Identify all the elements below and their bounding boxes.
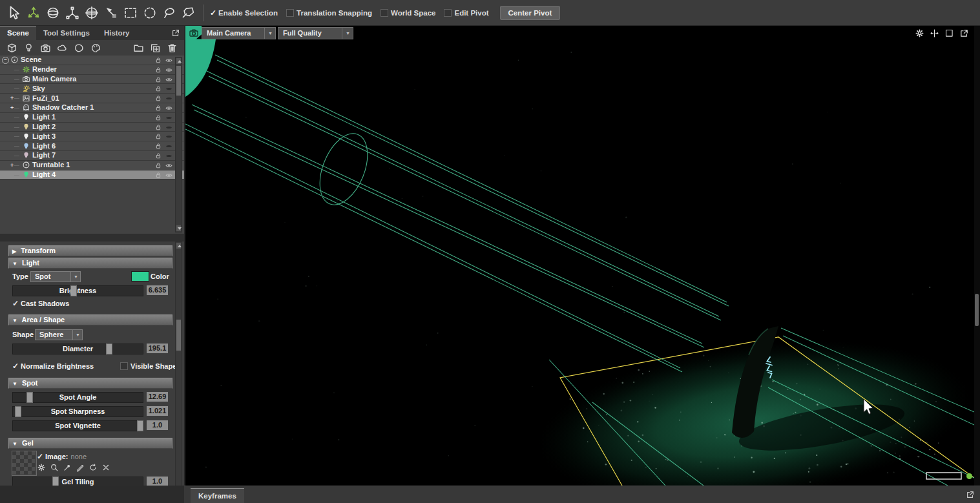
- eye-open-icon[interactable]: [165, 76, 173, 84]
- gel-section-header[interactable]: ▼ Gel: [8, 438, 172, 449]
- add-sky-icon[interactable]: [57, 43, 68, 54]
- add-object-icon[interactable]: [6, 43, 17, 54]
- keyframes-pop-out-icon[interactable]: [966, 490, 975, 499]
- lock-icon[interactable]: [154, 152, 162, 159]
- lock-icon[interactable]: [154, 76, 162, 83]
- lock-icon[interactable]: [154, 94, 162, 102]
- tree-row-render[interactable]: Render: [0, 65, 184, 75]
- light-type-dropdown[interactable]: Spot ▼: [30, 271, 81, 282]
- gel-draw-icon[interactable]: [76, 463, 85, 472]
- scale-tool-button[interactable]: [63, 4, 81, 21]
- tab-keyframes[interactable]: Keyframes: [191, 488, 244, 503]
- pop-out-icon[interactable]: [959, 28, 969, 38]
- slider-track[interactable]: Brightness: [12, 285, 143, 296]
- eye-closed-icon[interactable]: [165, 132, 173, 141]
- tree-row-fuzi-01[interactable]: + FuZi_01: [0, 94, 184, 103]
- add-light-icon[interactable]: [23, 43, 34, 54]
- tree-row-light-6[interactable]: Light 6: [0, 141, 184, 151]
- lock-icon[interactable]: [154, 171, 162, 179]
- gel-tiling-value[interactable]: 1.0: [147, 477, 168, 486]
- normalize-brightness-checkbox[interactable]: ✓ Normalize Brightness: [12, 362, 94, 371]
- gel-settings-icon[interactable]: [37, 463, 46, 472]
- rotate-tool-button[interactable]: [44, 4, 61, 21]
- eye-closed-icon[interactable]: [165, 85, 173, 93]
- slider-handle[interactable]: [26, 392, 33, 403]
- center-pivot-button[interactable]: Center Pivot: [500, 6, 561, 20]
- folder-icon[interactable]: [133, 43, 144, 54]
- duplicate-icon[interactable]: [150, 43, 161, 54]
- slider-track[interactable]: Spot Vignette: [12, 420, 143, 431]
- ellipse-select-button[interactable]: [141, 4, 158, 21]
- tree-scrollbar[interactable]: [175, 57, 182, 232]
- slider-track[interactable]: Spot Sharpness: [12, 406, 143, 417]
- light-sphere-gizmo[interactable]: [185, 39, 216, 97]
- lock-icon[interactable]: [154, 142, 162, 150]
- slider-handle[interactable]: [70, 285, 77, 296]
- eye-closed-icon[interactable]: [165, 123, 173, 132]
- edit-pivot-toggle[interactable]: Edit Pivot: [444, 9, 488, 17]
- expand-icon[interactable]: +: [10, 103, 14, 112]
- gel-clear-icon[interactable]: [101, 463, 110, 472]
- enable-selection-toggle[interactable]: ✓ Enable Selection: [210, 8, 278, 17]
- gel-image-checkbox[interactable]: ✓ Image: none: [37, 452, 87, 461]
- active-camera-icon[interactable]: [185, 26, 202, 40]
- lock-icon[interactable]: [154, 132, 162, 140]
- tree-row-light-7[interactable]: Light 7: [0, 151, 184, 161]
- eye-open-icon[interactable]: [165, 104, 173, 112]
- eye-closed-icon[interactable]: [165, 142, 173, 150]
- eye-closed-icon[interactable]: [165, 152, 173, 160]
- select-tool-button[interactable]: [5, 4, 23, 21]
- scrollbar-thumb[interactable]: [176, 66, 181, 96]
- slider-track[interactable]: Diameter: [12, 344, 143, 354]
- tree-row-light-3[interactable]: Light 3: [0, 132, 184, 141]
- eye-open-icon[interactable]: [165, 161, 173, 170]
- eye-closed-icon[interactable]: [165, 114, 173, 122]
- eye-closed-icon[interactable]: [165, 94, 173, 103]
- lock-icon[interactable]: [154, 123, 162, 131]
- tree-row-turntable-1[interactable]: + Turntable 1: [0, 161, 184, 170]
- gel-image-thumbnail[interactable]: [12, 451, 37, 476]
- diameter-value[interactable]: 195.1: [147, 344, 168, 353]
- slider-track[interactable]: Spot Angle: [12, 392, 143, 403]
- scrollbar-thumb[interactable]: [176, 320, 181, 351]
- slider-handle[interactable]: [15, 406, 21, 417]
- add-mesh-icon[interactable]: [74, 43, 85, 54]
- gel-magnify-icon[interactable]: [50, 463, 59, 472]
- lock-icon[interactable]: [154, 114, 162, 121]
- window-right-scrollbar[interactable]: [974, 26, 980, 486]
- quality-select-dropdown[interactable]: Full Quality ▼: [278, 27, 353, 39]
- light-color-swatch[interactable]: [131, 271, 149, 282]
- maximize-icon[interactable]: [944, 28, 954, 38]
- lock-icon[interactable]: [154, 85, 162, 92]
- brightness-value[interactable]: 6.635: [147, 285, 168, 295]
- spot-sharpness-value[interactable]: 1.021: [147, 406, 168, 416]
- light-section-header[interactable]: ▼ Light: [8, 258, 172, 269]
- tab-history[interactable]: History: [97, 26, 137, 40]
- gel-reset-icon[interactable]: [89, 463, 98, 472]
- transform-section-header[interactable]: ▶ Transform: [8, 245, 172, 256]
- tree-row-light-4-selected[interactable]: Light 4: [0, 170, 184, 180]
- translation-snapping-toggle[interactable]: Translation Snapping: [286, 9, 372, 17]
- viewport-3d[interactable]: Main Camera ▼ Full Quality ▼: [185, 26, 974, 486]
- world-space-toggle[interactable]: World Space: [381, 9, 435, 17]
- tree-row-scene[interactable]: − Scene: [0, 56, 184, 65]
- add-camera-icon[interactable]: [40, 43, 51, 54]
- expand-icon[interactable]: +: [10, 94, 14, 103]
- lasso-select-button[interactable]: [160, 4, 178, 21]
- tree-row-light-2[interactable]: Light 2: [0, 123, 184, 132]
- tab-scene[interactable]: Scene: [0, 26, 36, 40]
- split-view-icon[interactable]: [930, 28, 939, 38]
- eye-open-icon[interactable]: [165, 56, 173, 65]
- spot-angle-value[interactable]: 12.69: [147, 392, 168, 402]
- eye-open-icon[interactable]: [165, 66, 173, 74]
- move-tool-button[interactable]: [25, 4, 42, 21]
- cast-shadows-checkbox[interactable]: ✓ Cast Shadows: [12, 299, 69, 308]
- polygon-lasso-button[interactable]: [180, 4, 197, 21]
- expand-icon[interactable]: +: [10, 161, 14, 170]
- delete-icon[interactable]: [167, 43, 178, 54]
- lock-icon[interactable]: [154, 66, 162, 74]
- tree-row-main-camera[interactable]: Main Camera: [0, 75, 184, 85]
- camera-select-dropdown[interactable]: Main Camera ▼: [202, 27, 276, 39]
- lock-icon[interactable]: [154, 56, 162, 64]
- eye-open-icon[interactable]: [165, 171, 173, 180]
